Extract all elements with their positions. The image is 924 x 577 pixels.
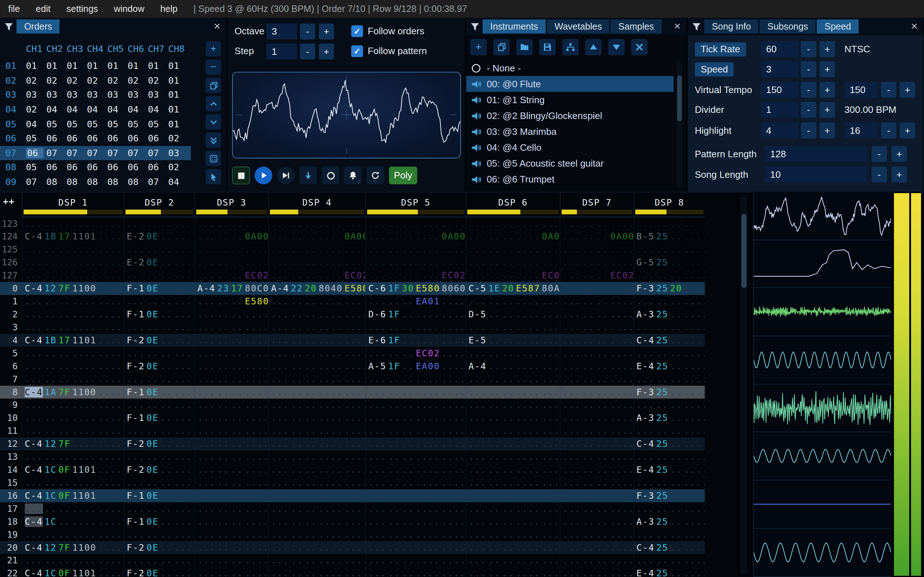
pattern-cell[interactable]: D-5............ (465, 308, 560, 321)
octave-minus-button[interactable]: - (300, 23, 315, 39)
menu-file[interactable]: file (8, 3, 20, 14)
order-cell[interactable]: 06 (46, 162, 66, 173)
close-icon[interactable]: × (908, 19, 920, 34)
order-cell[interactable]: 01 (26, 61, 46, 71)
order-cell[interactable]: 02 (168, 162, 188, 173)
remove-order-button[interactable]: − (206, 60, 221, 75)
pattern-cell[interactable]: ............... (465, 567, 560, 577)
pattern-cell[interactable]: ........... (560, 308, 633, 321)
pattern-cell[interactable]: ............... (22, 321, 123, 334)
scrollbar-thumb[interactable] (741, 214, 746, 288)
song-length-plus-button[interactable]: + (892, 167, 907, 182)
virtual-tempo-num-plus-button[interactable]: + (820, 82, 835, 98)
pattern-cell[interactable]: ........... (560, 347, 633, 360)
pattern-cell[interactable]: ............... (365, 424, 465, 437)
tab-wavetables[interactable]: Wavetables (547, 19, 610, 34)
pattern-cell[interactable]: ........... (195, 489, 268, 502)
channel-header[interactable]: DSP 2 (124, 193, 195, 217)
order-row[interactable]: 070607070707070703 (0, 146, 191, 160)
tick-rate-mode-button[interactable]: Tick Rate (695, 42, 746, 56)
pattern-cell[interactable]: ............... (22, 308, 123, 321)
step-row-button[interactable] (299, 167, 317, 184)
pattern-cell[interactable]: ............... (365, 243, 465, 256)
virtual-tempo-denominator-input[interactable]: 150 (845, 82, 877, 98)
pattern-cell[interactable]: ............... (22, 256, 123, 269)
pattern-cell[interactable]: ............... (465, 385, 560, 398)
menu-help[interactable]: help (160, 3, 178, 14)
pattern-cell[interactable]: ............... (465, 541, 560, 554)
order-cell[interactable]: 01 (168, 90, 188, 100)
pattern-cell[interactable]: .......0A00 (195, 230, 268, 243)
pattern-cell[interactable]: ............... (268, 489, 365, 502)
pattern-cell[interactable]: E-20E...... (124, 230, 195, 243)
order-cell[interactable]: 01 (168, 76, 188, 86)
record-button[interactable] (321, 167, 339, 184)
tab-subsongs[interactable]: Subsongs (760, 19, 816, 34)
order-cell[interactable]: 03 (66, 90, 87, 100)
pattern-cell[interactable]: .......EC02 (560, 269, 633, 282)
tab-speed[interactable]: Speed (817, 19, 859, 34)
order-cell[interactable]: 04 (66, 104, 87, 115)
pattern-cell[interactable]: ............... (365, 256, 465, 269)
pattern-cell[interactable]: ............... (268, 385, 365, 398)
pattern-cell[interactable]: A-325...... (633, 411, 705, 424)
pattern-cell[interactable]: ........... (633, 450, 705, 463)
pattern-row[interactable]: 6...............F-20E...................… (0, 360, 705, 373)
channel-header[interactable]: DSP 3 (195, 193, 268, 217)
pattern-row[interactable]: 9.......................................… (0, 398, 705, 411)
pattern-cell[interactable]: ............... (465, 217, 560, 230)
pattern-cell[interactable]: ............... (365, 515, 465, 528)
pattern-cell[interactable]: ............... (268, 321, 365, 334)
pattern-cell[interactable]: ........... (195, 308, 268, 321)
pattern-row[interactable]: 126...............E-20E.................… (0, 256, 705, 269)
order-cell[interactable]: 01 (168, 119, 188, 129)
pattern-cell[interactable]: ........... (560, 334, 633, 347)
poly-button[interactable]: Poly (389, 167, 417, 184)
pattern-cell[interactable]: ........... (560, 437, 633, 450)
pattern-cell[interactable]: ........... (124, 347, 195, 360)
randomize-order-button[interactable] (206, 151, 221, 166)
pattern-cell[interactable]: ........... (124, 243, 195, 256)
order-cell[interactable]: 03 (107, 90, 128, 100)
menu-edit[interactable]: edit (36, 3, 50, 14)
play-button[interactable] (254, 167, 272, 184)
pattern-cell[interactable]: ........... (633, 476, 705, 489)
pattern-cell[interactable]: .......E580 (195, 295, 268, 308)
order-cell[interactable]: 06 (87, 162, 107, 173)
pattern-cell[interactable]: ........... (633, 217, 705, 230)
pattern-cell[interactable]: F-20E...... (124, 334, 195, 347)
tick-rate-input[interactable]: 60 (761, 41, 798, 57)
pattern-cell[interactable]: F-20E...... (124, 541, 195, 554)
pattern-cell[interactable]: C-41C.......... (22, 515, 123, 528)
pattern-cell[interactable]: .......EC02.... (365, 347, 465, 360)
order-cell[interactable]: 07 (107, 148, 128, 158)
order-cell[interactable]: 06 (66, 162, 87, 173)
order-cell[interactable]: 08 (107, 177, 128, 187)
pattern-cell[interactable]: C-425...... (633, 437, 705, 450)
pattern-cell[interactable]: ........... (124, 398, 195, 411)
pattern-cell[interactable]: ........... (195, 502, 268, 515)
pattern-cell[interactable]: ........... (124, 424, 195, 437)
pattern-cell[interactable]: ............... (268, 411, 365, 424)
tab-orders[interactable]: Orders (16, 19, 60, 34)
pattern-cell[interactable]: ........... (124, 450, 195, 463)
instrument-item[interactable]: 02: @2 Blingy/Glockenspiel (466, 108, 674, 124)
pattern-cell[interactable]: ............... (268, 372, 365, 385)
pattern-row[interactable]: 11......................................… (0, 424, 705, 437)
pattern-cell[interactable]: C-41C0F1101.... (22, 489, 123, 502)
pattern-cell[interactable]: ............... (365, 372, 465, 385)
pattern-row[interactable]: 22C-41C0F1101....F-20E..................… (0, 567, 705, 577)
pattern-length-input[interactable]: 128 (765, 146, 867, 162)
order-cell[interactable]: 01 (168, 104, 188, 115)
pattern-cell[interactable]: F-325...... (633, 489, 705, 502)
order-cell[interactable]: 04 (46, 104, 66, 115)
pattern-cell[interactable]: ........... (560, 243, 633, 256)
channel-header[interactable]: DSP 5 (365, 193, 465, 217)
pattern-cell[interactable]: ............... (465, 489, 560, 502)
pattern-cell[interactable]: F-10E...... (124, 411, 195, 424)
repeat-pattern-button[interactable] (367, 167, 384, 184)
pattern-cell[interactable]: ...........0A00 (268, 230, 365, 243)
pattern-cell[interactable]: ............... (22, 450, 123, 463)
pattern-cell[interactable]: ............... (268, 463, 365, 476)
order-cell[interactable]: 06 (107, 162, 128, 173)
